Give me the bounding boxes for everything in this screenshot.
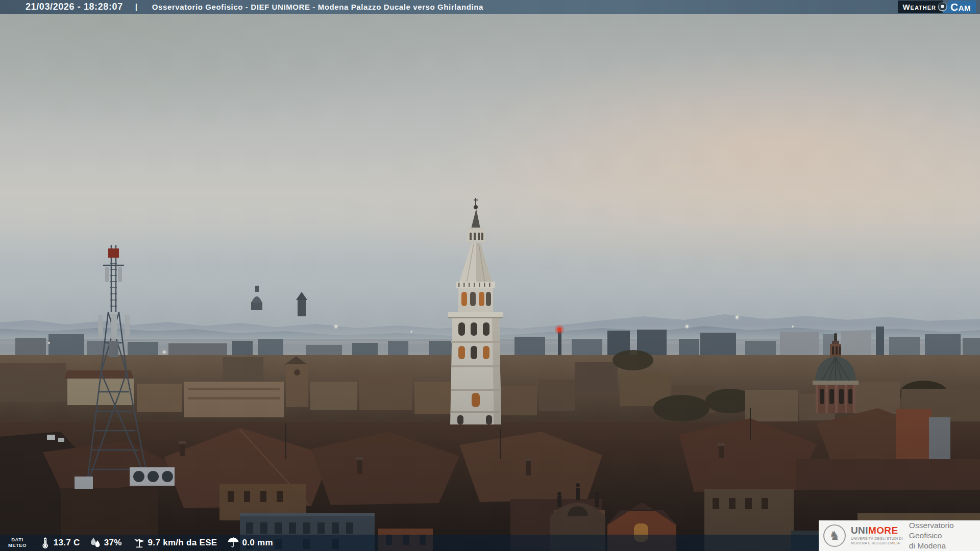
- temperature-value: 13.7 C: [54, 538, 80, 548]
- unimore-wordmark: UNIMORE: [851, 525, 903, 535]
- humidity-group: 37%: [89, 537, 122, 549]
- precipitation-value: 0.0 mm: [242, 538, 273, 548]
- meteo-data-label: DATI METEO: [8, 537, 27, 548]
- separator: |: [135, 3, 138, 12]
- ghirlandina-tower: [448, 198, 503, 424]
- temperature-group: 13.7 C: [39, 537, 80, 549]
- camera-title: Osservatorio Geofisico - DIEF UNIMORE - …: [152, 3, 483, 11]
- unimore-uni: UNI: [851, 525, 868, 536]
- humidity-icon: [89, 537, 102, 549]
- header-bar: 21/03/2026 - 18:28:07 | Osservatorio Geo…: [0, 0, 980, 14]
- humidity-value: 37%: [104, 538, 122, 548]
- seal-knight-glyph: ♞: [829, 529, 840, 543]
- wind-vane-icon: [133, 537, 145, 549]
- timestamp: 21/03/2026 - 18:28:07: [26, 2, 123, 12]
- unimore-seal: ♞: [823, 524, 846, 547]
- skyline-cupola: [251, 286, 262, 310]
- thermometer-icon: [39, 537, 51, 549]
- unimore-logo-block: UNIMORE UNIVERSITÀ DEGLI STUDI DI MODENA…: [851, 525, 903, 546]
- unimore-branding: ♞ UNIMORE UNIVERSITÀ DEGLI STUDI DI MODE…: [819, 520, 980, 551]
- unimore-more: MORE: [868, 525, 898, 536]
- wind-value: 9.7 km/h da ESE: [148, 538, 217, 548]
- skyline-belltower: [296, 292, 307, 316]
- university-name: UNIVERSITÀ DEGLI STUDI DI MODENA E REGGI…: [851, 537, 903, 546]
- observatory-name: Osservatorio Geofisico di Modena: [909, 520, 976, 551]
- webcam-frame: 21/03/2026 - 18:28:07 | Osservatorio Geo…: [0, 0, 980, 551]
- weathercam-logo: Weather Cam: [898, 1, 976, 13]
- wind-group: 9.7 km/h da ESE: [133, 537, 217, 549]
- weathercam-weather-label: Weather: [898, 1, 943, 13]
- camera-lens-icon: [938, 3, 947, 11]
- umbrella-icon: [227, 537, 239, 549]
- city-scene: [0, 0, 980, 551]
- weathercam-cam-label: Cam: [942, 1, 976, 13]
- rain-group: 0.0 mm: [227, 537, 273, 549]
